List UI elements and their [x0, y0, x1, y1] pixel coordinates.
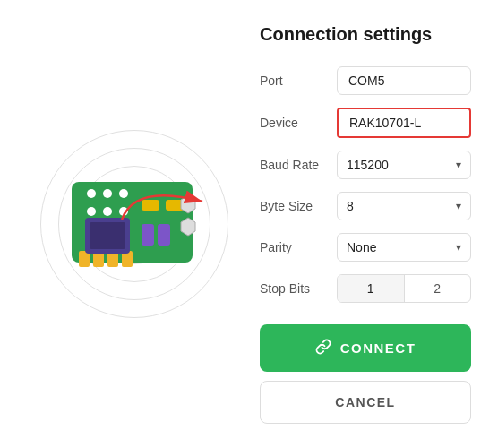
svg-point-8 [87, 207, 96, 216]
parity-value: None [347, 240, 376, 254]
port-row: Port COM5 [260, 66, 471, 95]
svg-point-5 [87, 189, 96, 198]
baud-rate-row: Baud Rate 115200 ▾ [260, 151, 471, 179]
buttons-section: CONNECT CANCEL [260, 324, 471, 424]
device-row: Device RAK10701-L [260, 108, 471, 138]
parity-value-container: None ▾ [337, 233, 471, 262]
baud-rate-select[interactable]: 115200 ▾ [337, 151, 471, 179]
svg-point-7 [119, 189, 128, 198]
port-input[interactable]: COM5 [337, 66, 471, 95]
byte-size-value: 8 [347, 199, 354, 213]
settings-form: Port COM5 Device RAK10701-L Baud Rate 11… [260, 66, 471, 303]
baud-rate-chevron-icon: ▾ [456, 159, 461, 171]
connect-button-label: CONNECT [340, 340, 416, 356]
pcb-illustration [63, 168, 206, 280]
parity-label: Parity [260, 240, 331, 254]
parity-select[interactable]: None ▾ [337, 233, 471, 262]
svg-point-6 [103, 189, 112, 198]
device-value-container: RAK10701-L [337, 108, 471, 138]
port-value-container: COM5 [337, 66, 471, 95]
svg-point-9 [103, 207, 112, 216]
byte-size-row: Byte Size 8 ▾ [260, 192, 471, 220]
svg-marker-18 [181, 218, 195, 236]
settings-panel: Connection settings Port COM5 Device RAK… [242, 24, 471, 424]
stop-bit-1-option[interactable]: 1 [338, 275, 405, 302]
cancel-button-label: CANCEL [335, 395, 395, 409]
svg-marker-17 [181, 195, 195, 213]
port-label: Port [260, 73, 331, 88]
parity-row: Parity None ▾ [260, 233, 471, 262]
svg-rect-12 [90, 222, 125, 249]
stop-bits-value-container: 1 2 [337, 274, 471, 303]
link-icon [315, 339, 331, 358]
device-input[interactable]: RAK10701-L [337, 108, 471, 138]
svg-point-10 [119, 207, 128, 216]
pcb-svg [63, 168, 206, 276]
byte-size-select[interactable]: 8 ▾ [337, 192, 471, 220]
svg-rect-13 [142, 224, 154, 246]
connect-button[interactable]: CONNECT [260, 324, 471, 372]
main-container: Connection settings Port COM5 Device RAK… [0, 0, 498, 448]
byte-size-chevron-icon: ▾ [456, 200, 461, 212]
stop-bit-2-option[interactable]: 2 [405, 275, 471, 302]
stop-bits-toggle: 1 2 [337, 274, 471, 303]
device-illustration-panel [27, 18, 242, 430]
byte-size-value-container: 8 ▾ [337, 192, 471, 220]
baud-rate-value-container: 115200 ▾ [337, 151, 471, 179]
stop-bits-label: Stop Bits [260, 281, 331, 296]
device-label: Device [260, 116, 331, 130]
cancel-button[interactable]: CANCEL [260, 381, 471, 424]
baud-rate-value: 115200 [347, 158, 389, 172]
svg-rect-14 [158, 224, 170, 246]
panel-title: Connection settings [260, 24, 471, 45]
baud-rate-label: Baud Rate [260, 158, 331, 172]
svg-rect-15 [142, 200, 159, 211]
parity-chevron-icon: ▾ [456, 241, 461, 254]
byte-size-label: Byte Size [260, 199, 331, 213]
stop-bits-row: Stop Bits 1 2 [260, 274, 471, 303]
